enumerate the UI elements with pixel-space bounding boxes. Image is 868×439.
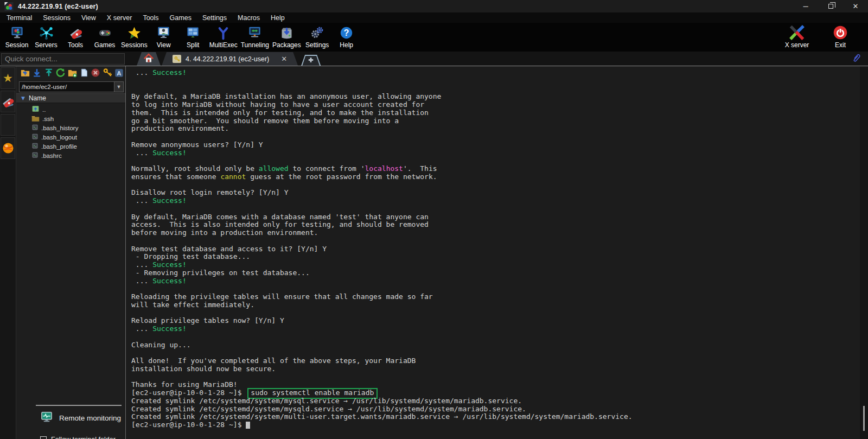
file-row[interactable]: .bash_logout (16, 132, 125, 142)
menu-settings[interactable]: Settings (197, 14, 232, 22)
help-icon: ? (334, 24, 360, 41)
packages-button[interactable]: Packages (271, 24, 303, 49)
paperclip-icon[interactable] (851, 53, 861, 65)
menu-games[interactable]: Games (164, 14, 197, 22)
close-button[interactable]: ✕ (843, 0, 868, 12)
upload-button[interactable] (43, 68, 53, 79)
tunneling-button[interactable]: Tunneling (239, 24, 271, 49)
checkbox[interactable] (40, 436, 47, 439)
tools-button[interactable]: Tools (61, 24, 90, 49)
current-path: /home/ec2-user/ (20, 84, 114, 90)
terminal[interactable]: ... Success! By default, a MariaDB insta… (126, 66, 868, 439)
refresh-button[interactable] (55, 68, 66, 79)
menu-macros[interactable]: Macros (232, 14, 265, 22)
new-folder-button[interactable] (67, 68, 78, 79)
scrollbar-thumb[interactable] (863, 406, 865, 431)
toolbar-label: Servers (33, 41, 59, 49)
file-icon (31, 123, 39, 133)
download-icon (32, 68, 42, 80)
chevron-down-icon[interactable]: ▼ (114, 82, 123, 92)
title-bar: 44.222.219.91 (ec2-user) ─ ✕ (0, 0, 868, 12)
menu-x-server[interactable]: X server (101, 14, 138, 22)
sort-direction-icon: ▼ (21, 96, 25, 101)
file-list-header[interactable]: ▼ Name (16, 93, 125, 103)
toolbar-label: Session (4, 41, 30, 49)
menu-tools[interactable]: Tools (137, 14, 164, 22)
session-icon (4, 24, 30, 41)
terminal-line (131, 285, 858, 293)
sftp-browser-panel: A /home/ec2-user/ ▼ ▼ Name ...ssh.bash_h… (16, 66, 126, 439)
sessions-button[interactable]: Sessions (119, 24, 149, 49)
packages-icon (272, 24, 301, 41)
terminal-line: Reload privilege tables now? [Y/n] Y (131, 317, 858, 325)
tab-close-icon[interactable]: ✕ (281, 55, 287, 63)
delete-button[interactable] (91, 68, 100, 79)
terminal-line: ... Success! (131, 261, 858, 269)
menu-bar: TerminalSessionsViewX serverToolsGamesSe… (0, 12, 868, 23)
terminal-line: installation should now be secure. (131, 365, 858, 373)
follow-terminal-folder-checkbox[interactable]: Follow terminal folder (16, 434, 125, 439)
sidebar-tab-tools[interactable] (1, 91, 15, 112)
terminal-line (131, 373, 858, 381)
exit-button[interactable]: Exit (826, 24, 855, 49)
new-tab-button[interactable] (301, 55, 321, 66)
go-up-button[interactable] (20, 68, 30, 79)
home-tab[interactable] (137, 52, 161, 66)
split-button[interactable]: Split (178, 24, 208, 49)
quick-connect-input[interactable] (1, 53, 125, 65)
file-icon (31, 132, 39, 142)
file-row[interactable]: .ssh (16, 114, 125, 123)
path-dropdown[interactable]: /home/ec2-user/ ▼ (19, 81, 124, 92)
view-button[interactable]: View (149, 24, 178, 49)
sidebar-tab-sessions[interactable]: ★ (1, 67, 15, 89)
file-row[interactable]: .bash_history (16, 123, 125, 132)
split-icon (180, 24, 206, 41)
terminal-cursor (246, 422, 250, 429)
sidebar-divider (36, 405, 122, 406)
sidebar-tab-macros[interactable] (1, 114, 15, 136)
multiexec-button[interactable]: MultiExec (208, 24, 239, 49)
menu-terminal[interactable]: Terminal (1, 14, 37, 22)
terminal-scrollbar[interactable] (860, 66, 868, 439)
settings-button[interactable]: Settings (303, 24, 332, 49)
file-row[interactable]: .bashrc (16, 151, 125, 160)
help-button[interactable]: ?Help (332, 24, 361, 49)
terminal-line: Disallow root login remotely? [Y/n] Y (131, 189, 858, 197)
file-icon (31, 151, 39, 161)
toolbar-label: Exit (827, 41, 853, 49)
servers-icon (33, 24, 59, 41)
restore-button[interactable] (818, 0, 843, 12)
refresh-icon (55, 68, 66, 80)
minimize-button[interactable]: ─ (793, 0, 818, 12)
home-icon (143, 53, 155, 66)
toolbar-label: Tools (62, 41, 88, 49)
file-name: .bashrc (41, 152, 62, 159)
permissions-button[interactable] (103, 68, 113, 79)
file-row[interactable]: .. (16, 105, 125, 114)
terminal-line (131, 85, 858, 93)
sidebar-tab-network[interactable] (1, 137, 15, 159)
toolbar-label: Help (334, 41, 360, 49)
menu-help[interactable]: Help (265, 14, 290, 22)
servers-button[interactable]: Servers (31, 24, 61, 49)
encoding-button[interactable]: A (114, 68, 124, 79)
terminal-line (131, 309, 858, 317)
toolbar-label: Games (92, 41, 118, 49)
terminal-line: All done! If you've completed all of the… (131, 357, 858, 365)
upload-icon (44, 68, 54, 80)
x-server-button[interactable]: X server (782, 24, 812, 49)
menu-view[interactable]: View (76, 14, 101, 22)
terminal-line: ... Success! (131, 325, 858, 333)
games-button[interactable]: Games (90, 24, 119, 49)
remote-monitoring-button[interactable]: Remote monitoring (16, 408, 125, 428)
terminal-line: Normally, root should only be allowed to… (131, 165, 858, 173)
file-row[interactable]: .bash_profile (16, 142, 125, 151)
terminal-line: [ec2-user@ip-10-0-1-28 ~]$ sudo systemct… (131, 389, 858, 397)
new-file-button[interactable] (79, 68, 89, 79)
session-tab[interactable]: 4. 44.222.219.91 (ec2-user) ✕ (162, 52, 298, 66)
session-button[interactable]: Session (2, 24, 31, 49)
terminal-line: Remove test database and access to it? [… (131, 245, 858, 253)
download-button[interactable] (32, 68, 42, 79)
menu-sessions[interactable]: Sessions (37, 14, 76, 22)
new-folder-icon (67, 68, 78, 80)
